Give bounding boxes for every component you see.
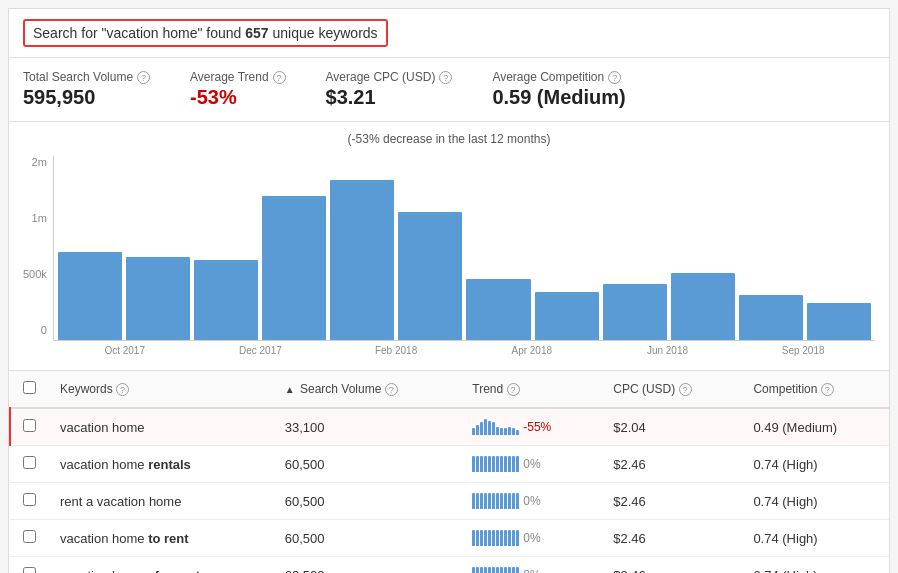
- row-competition-4: 0.74 (High): [741, 557, 889, 574]
- competition-info-icon[interactable]: ?: [821, 383, 834, 396]
- bar-group-1: [126, 257, 190, 340]
- bar-group-5: [398, 212, 462, 340]
- trend-bar-3-10: [512, 530, 515, 546]
- row-checkbox-2[interactable]: [23, 493, 36, 506]
- row-trend-2: 0%: [460, 483, 601, 520]
- trend-bar-3-3: [484, 530, 487, 546]
- row-checkbox-cell: [10, 446, 48, 483]
- row-checkbox-4[interactable]: [23, 567, 36, 573]
- trend-bar-2-6: [496, 493, 499, 509]
- trend-cell-0: -55%: [472, 419, 589, 435]
- header-search-volume[interactable]: ▲ Search Volume ?: [273, 371, 461, 408]
- row-checkbox-cell: [10, 408, 48, 446]
- total-search-volume-label: Total Search Volume: [23, 70, 133, 84]
- trend-bar-3-11: [516, 530, 519, 546]
- average-trend-info-icon[interactable]: ?: [273, 71, 286, 84]
- bar-group-9: [671, 273, 735, 340]
- row-checkbox-0[interactable]: [23, 419, 36, 432]
- trend-bar-2-8: [504, 493, 507, 509]
- chart-bar-9: [671, 273, 735, 340]
- x-label-jun2018: Jun 2018: [600, 345, 736, 356]
- select-all-checkbox[interactable]: [23, 381, 36, 394]
- chart-inner: Oct 2017 Dec 2017 Feb 2018 Apr 2018 Jun …: [53, 156, 875, 356]
- row-volume-1: 60,500: [273, 446, 461, 483]
- average-cpc-value: $3.21: [326, 86, 453, 109]
- chart-section: (-53% decrease in the last 12 months) 2m…: [9, 122, 889, 371]
- row-volume-0: 33,100: [273, 408, 461, 446]
- row-trend-3: 0%: [460, 520, 601, 557]
- trend-bar-1-7: [500, 456, 503, 472]
- x-label-feb2018: Feb 2018: [328, 345, 464, 356]
- row-keyword-2: rent a vacation home: [48, 483, 273, 520]
- metric-average-trend: Average Trend ? -53%: [190, 70, 286, 109]
- metric-average-cpc: Average CPC (USD) ? $3.21: [326, 70, 453, 109]
- header-competition: Competition ?: [741, 371, 889, 408]
- trend-bar-4-5: [492, 567, 495, 573]
- trend-cell-1: 0%: [472, 456, 589, 472]
- trend-bar-0-10: [512, 428, 515, 435]
- main-container: Search for "vacation home" found 657 uni…: [8, 8, 890, 573]
- row-cpc-1: $2.46: [601, 446, 741, 483]
- keywords-table: Keywords ? ▲ Search Volume ? Trend ? CPC…: [9, 371, 889, 573]
- trend-pct-4: 0%: [523, 568, 540, 573]
- chart-bar-0: [58, 252, 122, 340]
- chart-bar-2: [194, 260, 258, 340]
- trend-bar-4-9: [508, 567, 511, 573]
- trend-pct-0: -55%: [523, 420, 551, 434]
- chart-bar-6: [466, 279, 530, 340]
- trend-bar-2-3: [484, 493, 487, 509]
- trend-pct-3: 0%: [523, 531, 540, 545]
- row-volume-2: 60,500: [273, 483, 461, 520]
- trend-bar-3-2: [480, 530, 483, 546]
- table-row: vacation home to rent60,5000%$2.460.74 (…: [10, 520, 889, 557]
- trend-bar-0-7: [500, 428, 503, 435]
- trend-bar-1-6: [496, 456, 499, 472]
- x-label-apr2018: Apr 2018: [464, 345, 600, 356]
- trend-bar-0-4: [488, 421, 491, 435]
- trend-cell-2: 0%: [472, 493, 589, 509]
- trend-bar-0-2: [480, 422, 483, 435]
- chart-title: (-53% decrease in the last 12 months): [23, 132, 875, 146]
- trend-bar-3-0: [472, 530, 475, 546]
- table-row: vacation homes for rent60,5000%$2.460.74…: [10, 557, 889, 574]
- average-trend-label: Average Trend: [190, 70, 269, 84]
- trend-bar-4-1: [476, 567, 479, 573]
- x-labels: Oct 2017 Dec 2017 Feb 2018 Apr 2018 Jun …: [53, 341, 875, 356]
- trend-bar-1-10: [512, 456, 515, 472]
- x-label-dec2017: Dec 2017: [193, 345, 329, 356]
- trend-bar-0-3: [484, 419, 487, 435]
- table-row: vacation home33,100-55%$2.040.49 (Medium…: [10, 408, 889, 446]
- trend-bar-4-8: [504, 567, 507, 573]
- trend-bar-0-5: [492, 422, 495, 435]
- average-cpc-info-icon[interactable]: ?: [439, 71, 452, 84]
- y-label-2m: 2m: [23, 156, 47, 168]
- header-checkbox[interactable]: [10, 371, 48, 408]
- chart-bar-7: [535, 292, 599, 340]
- row-checkbox-3[interactable]: [23, 530, 36, 543]
- table-row: vacation home rentals60,5000%$2.460.74 (…: [10, 446, 889, 483]
- trend-bar-3-6: [496, 530, 499, 546]
- bar-group-0: [58, 252, 122, 340]
- table-section: Keywords ? ▲ Search Volume ? Trend ? CPC…: [9, 371, 889, 573]
- chart-bar-5: [398, 212, 462, 340]
- row-competition-1: 0.74 (High): [741, 446, 889, 483]
- total-search-volume-value: 595,950: [23, 86, 150, 109]
- row-checkbox-1[interactable]: [23, 456, 36, 469]
- trend-pct-1: 0%: [523, 457, 540, 471]
- row-cpc-3: $2.46: [601, 520, 741, 557]
- average-competition-info-icon[interactable]: ?: [608, 71, 621, 84]
- keywords-info-icon[interactable]: ?: [116, 383, 129, 396]
- trend-bar-0-11: [516, 430, 519, 435]
- table-row: rent a vacation home60,5000%$2.460.74 (H…: [10, 483, 889, 520]
- trend-bar-3-4: [488, 530, 491, 546]
- search-volume-info-icon[interactable]: ?: [385, 383, 398, 396]
- search-header: Search for "vacation home" found 657 uni…: [9, 9, 889, 58]
- row-cpc-4: $2.46: [601, 557, 741, 574]
- trend-info-icon[interactable]: ?: [507, 383, 520, 396]
- cpc-info-icon[interactable]: ?: [679, 383, 692, 396]
- total-search-volume-info-icon[interactable]: ?: [137, 71, 150, 84]
- chart-bar-1: [126, 257, 190, 340]
- trend-bar-1-0: [472, 456, 475, 472]
- row-keyword-0: vacation home: [48, 408, 273, 446]
- row-cpc-2: $2.46: [601, 483, 741, 520]
